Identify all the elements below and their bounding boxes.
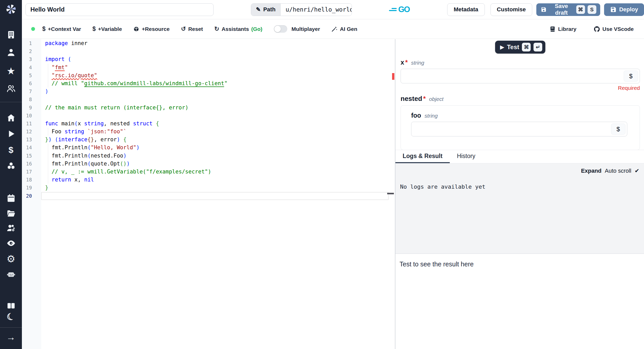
- sidebar-item-book-open-icon[interactable]: [5, 300, 17, 312]
- save-draft-button[interactable]: Save draft ⌘ S: [536, 3, 600, 16]
- tab-logs-result[interactable]: Logs & Result: [395, 150, 450, 163]
- code-line-1: 1package inner: [22, 39, 395, 47]
- arg-x-input[interactable]: [401, 69, 640, 83]
- code-text: // the main must return (interface{}, er…: [41, 104, 188, 112]
- sidebar-item-arrow-right-icon[interactable]: →: [5, 331, 17, 343]
- sidebar-divider: [0, 327, 22, 328]
- deploy-button[interactable]: Deploy: [604, 3, 644, 16]
- arguments-form: ▶ Test ⌘ ↵ x* string $ Required nested: [395, 39, 644, 150]
- sidebar-item-calendar-icon[interactable]: [5, 192, 17, 204]
- line-number: 9: [22, 104, 41, 112]
- sidebar-item-eye-icon[interactable]: [5, 237, 17, 249]
- reset-button[interactable]: ↺ Reset: [181, 26, 203, 32]
- multiplayer-control: Multiplayer: [274, 25, 320, 33]
- code-line-2: 2: [22, 47, 395, 55]
- code-text: fmt.Println("Hello, World"): [41, 144, 140, 152]
- customise-button[interactable]: Customise: [490, 3, 532, 16]
- sidebar-item-folder-open-icon[interactable]: [5, 207, 17, 220]
- path-value: u/henri/hello_world: [280, 4, 352, 16]
- line-number: 14: [22, 144, 41, 152]
- code-text: ): [41, 88, 48, 95]
- sidebar-item-star-icon[interactable]: ★: [5, 65, 17, 77]
- code-line-9: 9// the main must return (interface{}, e…: [22, 104, 395, 112]
- code-text: return x, nil: [41, 176, 94, 184]
- github-icon: [594, 26, 600, 32]
- assistants-button[interactable]: ↻ Assistants (Go): [214, 26, 262, 32]
- sidebar-divider: [0, 102, 22, 102]
- code-text: // wmill "github.com/windmill-labs/windm…: [41, 80, 227, 88]
- code-line-20: 20: [22, 192, 395, 200]
- test-button[interactable]: ▶ Test ⌘ ↵: [495, 41, 546, 54]
- code-text: }) (interface{}, error) {: [41, 136, 126, 144]
- line-number: 11: [22, 120, 41, 128]
- enter-key-badge: ↵: [533, 43, 542, 51]
- cmd-key-badge: ⌘: [522, 43, 531, 51]
- line-number: 5: [22, 72, 41, 80]
- sidebar-item-dollar-icon[interactable]: $: [5, 144, 17, 156]
- code-line-12: 12 Foo string `json:"foo"`: [22, 128, 395, 136]
- logs-panel: Expand Auto scroll ✔ No logs are availab…: [395, 163, 644, 254]
- line-number: 20: [22, 192, 41, 200]
- tab-history[interactable]: History: [450, 150, 483, 163]
- code-line-14: 14 fmt.Println("Hello, World"): [22, 144, 395, 152]
- code-line-18: 18 return x, nil: [22, 176, 395, 184]
- autoscroll-label: Auto scroll: [605, 168, 631, 174]
- required-asterisk: *: [405, 59, 408, 66]
- ai-gen-button[interactable]: AI Gen: [331, 26, 357, 32]
- code-text: "rsc.io/quote": [41, 72, 97, 80]
- library-button[interactable]: Library: [549, 26, 576, 32]
- sidebar-item-home-icon[interactable]: [5, 112, 17, 124]
- required-asterisk: *: [423, 95, 426, 102]
- line-number: 10: [22, 112, 41, 120]
- expand-button[interactable]: Expand: [581, 168, 601, 174]
- reset-icon: ↺: [181, 26, 186, 32]
- bottom-tabs: Logs & Result History: [395, 150, 644, 163]
- nested-object-card: foo string $: [401, 105, 640, 150]
- arg-foo-label: foo string: [411, 112, 627, 119]
- code-text: [41, 47, 45, 55]
- code-text: }: [41, 184, 48, 192]
- path-button[interactable]: ✎ Path u/henri/hello_world: [251, 3, 352, 16]
- current-line-highlight: [41, 192, 389, 200]
- save-icon: [541, 6, 547, 13]
- arg-foo-input[interactable]: [411, 122, 627, 136]
- sidebar-item-cubes-icon[interactable]: [5, 160, 17, 172]
- sidebar-item-user-icon[interactable]: [5, 46, 17, 59]
- sidebar-item-play-icon[interactable]: [5, 128, 17, 140]
- multiplayer-toggle[interactable]: [274, 25, 287, 33]
- line-number: 15: [22, 152, 41, 160]
- line-number: 18: [22, 176, 41, 184]
- play-icon: ▶: [500, 44, 504, 50]
- code-editor[interactable]: 1package inner23import (4 "fmt"5 "rsc.io…: [22, 39, 395, 349]
- code-text: fmt.Println(nested.Foo): [41, 152, 126, 160]
- line-number: 17: [22, 168, 41, 176]
- code-line-3: 3import (: [22, 55, 395, 63]
- overview-error-marker: [392, 73, 394, 80]
- sidebar-item-bot-icon[interactable]: [5, 268, 17, 281]
- code-line-10: 10: [22, 112, 395, 120]
- sidebar-item-moon-icon[interactable]: ☾: [5, 311, 17, 323]
- sidebar-item-building-icon[interactable]: [5, 29, 17, 41]
- autoscroll-checkbox[interactable]: ✔: [635, 168, 639, 174]
- code-text: "fmt": [41, 64, 68, 72]
- magic-wand-icon: [331, 26, 337, 32]
- metadata-button[interactable]: Metadata: [447, 3, 485, 16]
- sidebar-item-user-settings-icon[interactable]: [5, 222, 17, 234]
- add-context-var-button[interactable]: $ +Context Var: [42, 26, 81, 32]
- sidebar-item-user-group-icon[interactable]: [5, 82, 17, 95]
- windmill-logo-icon[interactable]: [5, 3, 18, 16]
- topbar: ✎ Path u/henri/hello_world GO Metadata C…: [22, 0, 644, 19]
- variable-picker-button[interactable]: $: [611, 124, 625, 135]
- code-line-7: 7): [22, 88, 395, 95]
- use-vscode-button[interactable]: Use VScode: [594, 26, 634, 32]
- add-resource-button[interactable]: +Resource: [133, 26, 170, 32]
- sidebar-item-settings-icon[interactable]: ⚙: [5, 253, 17, 265]
- editor-toolbar: $ +Context Var $ +Variable +Resource ↺ R…: [22, 19, 644, 39]
- code-line-11: 11func main(x string, nested struct {: [22, 120, 395, 128]
- add-variable-button[interactable]: $ +Variable: [92, 26, 122, 32]
- code-line-6: 6 // wmill "github.com/windmill-labs/win…: [22, 80, 395, 88]
- connection-status-dot: [31, 27, 35, 31]
- code-line-5: 5 "rsc.io/quote": [22, 72, 395, 80]
- variable-picker-button[interactable]: $: [624, 71, 638, 82]
- script-title-input[interactable]: [26, 3, 214, 16]
